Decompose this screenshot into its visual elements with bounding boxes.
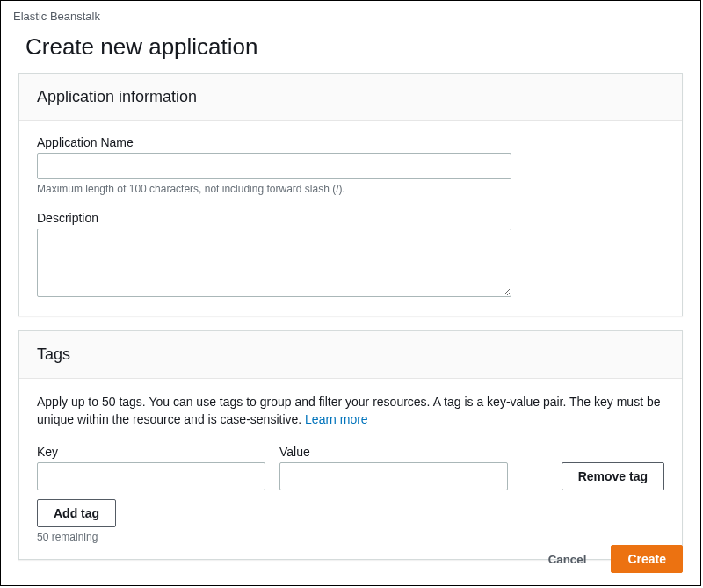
field-application-name: Application Name Maximum length of 100 c…	[37, 135, 664, 195]
page-title: Create new application	[1, 25, 700, 73]
breadcrumb[interactable]: Elastic Beanstalk	[1, 1, 700, 25]
panel-body-tags: Apply up to 50 tags. You can use tags to…	[19, 379, 682, 559]
panel-header-application-information: Application information	[19, 74, 682, 121]
learn-more-link[interactable]: Learn more	[305, 412, 368, 426]
field-tag-value: Value	[279, 445, 508, 490]
panel-application-information: Application information Application Name…	[18, 73, 683, 316]
input-tag-key[interactable]	[37, 462, 265, 490]
input-description[interactable]	[37, 229, 511, 297]
remove-tag-button[interactable]: Remove tag	[562, 462, 664, 490]
add-tag-wrap: Add tag 50 remaining	[37, 499, 664, 543]
add-tag-button[interactable]: Add tag	[37, 499, 116, 527]
footer-actions: Cancel Create	[533, 545, 683, 573]
field-description: Description	[37, 211, 664, 300]
label-application-name: Application Name	[37, 135, 664, 149]
cancel-button[interactable]: Cancel	[533, 545, 603, 573]
panel-tags: Tags Apply up to 50 tags. You can use ta…	[18, 330, 683, 560]
label-description: Description	[37, 211, 664, 225]
remove-tag-col: Remove tag	[562, 462, 664, 490]
label-tag-key: Key	[37, 445, 265, 459]
input-application-name[interactable]	[37, 153, 511, 179]
panel-body-application-information: Application Name Maximum length of 100 c…	[19, 121, 682, 316]
tag-row: Key Value Remove tag	[37, 445, 664, 490]
window: Elastic Beanstalk Create new application…	[0, 0, 701, 586]
label-tag-value: Value	[279, 445, 508, 459]
tags-remaining: 50 remaining	[37, 531, 664, 543]
panel-header-tags: Tags	[19, 331, 682, 379]
help-application-name: Maximum length of 100 characters, not in…	[37, 183, 664, 195]
create-button[interactable]: Create	[611, 545, 683, 573]
field-tag-key: Key	[37, 445, 265, 490]
tags-description: Apply up to 50 tags. You can use tags to…	[37, 393, 664, 429]
input-tag-value[interactable]	[279, 462, 508, 490]
